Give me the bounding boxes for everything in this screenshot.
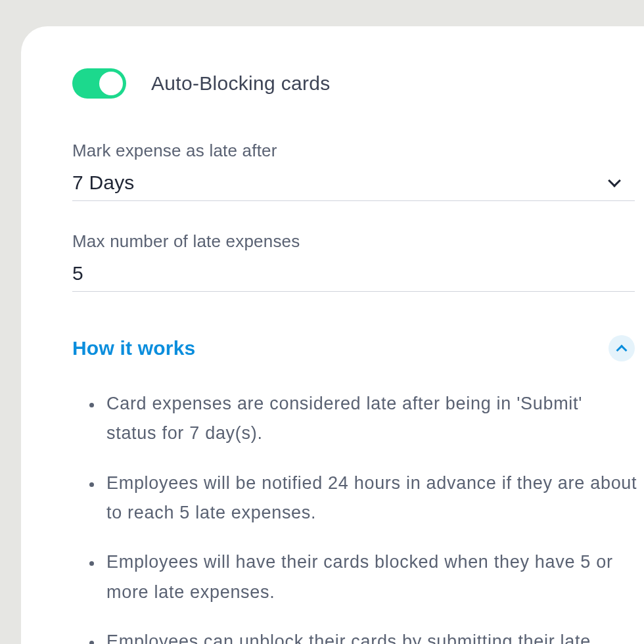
list-item: Card expenses are considered late after … bbox=[103, 389, 637, 449]
mark-late-field: Mark expense as late after 7 Days bbox=[72, 141, 644, 201]
toggle-knob bbox=[99, 72, 123, 95]
auto-blocking-row: Auto-Blocking cards bbox=[72, 68, 644, 99]
chevron-up-icon bbox=[616, 344, 628, 356]
mark-late-select[interactable]: 7 Days bbox=[72, 172, 635, 201]
list-item: Employees will have their cards blocked … bbox=[103, 547, 637, 607]
list-item: Employees will be notified 24 hours in a… bbox=[103, 469, 637, 528]
collapse-button[interactable] bbox=[609, 335, 635, 361]
max-late-value: 5 bbox=[72, 262, 83, 285]
mark-late-label: Mark expense as late after bbox=[72, 141, 644, 161]
max-late-input[interactable]: 5 bbox=[72, 262, 635, 292]
auto-blocking-label: Auto-Blocking cards bbox=[151, 72, 331, 95]
mark-late-value: 7 Days bbox=[72, 172, 135, 194]
max-late-label: Max number of late expenses bbox=[72, 231, 644, 252]
how-it-works-header[interactable]: How it works bbox=[72, 335, 635, 361]
max-late-field: Max number of late expenses 5 bbox=[72, 231, 644, 292]
how-it-works-title: How it works bbox=[72, 337, 195, 359]
how-it-works-list: Card expenses are considered late after … bbox=[72, 389, 637, 644]
list-item: Employees can unblock their cards by sub… bbox=[103, 627, 637, 644]
settings-card: Auto-Blocking cards Mark expense as late… bbox=[21, 26, 644, 644]
chevron-down-icon bbox=[608, 174, 621, 187]
auto-blocking-toggle[interactable] bbox=[72, 68, 126, 99]
